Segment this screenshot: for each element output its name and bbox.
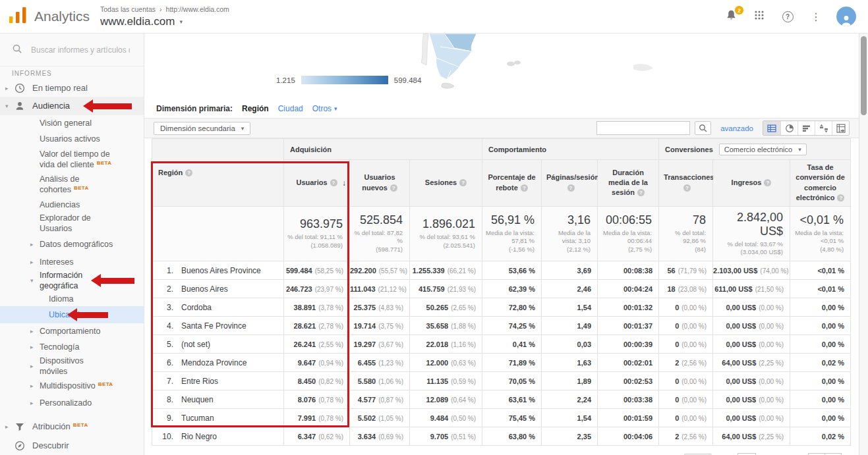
secondary-dimension-label: Dimensión secundaria [160,124,235,132]
sidebar-search[interactable] [0,34,144,67]
advanced-link[interactable]: avanzado [720,124,753,132]
search-input[interactable] [31,45,130,55]
metric-value: 0,00 US$ [726,414,756,422]
comparison-view-icon[interactable] [815,121,832,135]
summary-value: 2.842,00 US$ [716,211,783,238]
column-header-paginas-sesion[interactable]: Páginas/sesión? [542,160,598,207]
chevron-down-icon[interactable]: ▾ [5,103,14,109]
more-options-button[interactable]: ⋮ [808,9,824,24]
help-circle-icon[interactable]: ? [637,189,645,196]
help-circle-icon[interactable]: ? [521,184,528,192]
notifications-button[interactable]: 2 [723,9,739,24]
conversion-type-select[interactable]: Comercio electrónico▾ [719,144,807,155]
table-search-input[interactable] [596,121,690,135]
sidebar-item-usuarios-activos[interactable]: Usuarios activos [0,131,144,147]
avatar[interactable] [836,7,856,26]
chevron-right-icon[interactable]: ▸ [30,259,40,265]
help-circle-icon[interactable]: ? [330,179,337,186]
sidebar-item-informacion-geografica[interactable]: ▾Información geográfica [0,269,144,292]
sidebar-item-personalizado[interactable]: ▸Personalizado [0,394,144,412]
chevron-right-icon[interactable]: ▸ [5,423,14,430]
column-header-duracion-media[interactable]: Duración media de la sesión? [598,160,659,207]
sidebar-item-vision-general[interactable]: Visión general [0,115,144,131]
help-button[interactable]: ? [780,9,796,24]
apps-grid-button[interactable] [751,9,767,24]
sidebar-item-valor-del-tiempo-de-vida-del-cliente[interactable]: Valor del tiempo de vida del clienteBETA [0,147,144,172]
metric-percent: (0,63 %) [451,360,476,367]
region-name[interactable]: Cordoba [181,303,212,312]
chevron-right-icon[interactable]: ▸ [30,400,40,406]
sort-descending-icon[interactable]: ↓ [342,177,346,188]
region-name[interactable]: Neuquen [181,395,214,404]
pivot-view-icon[interactable] [832,121,849,135]
chevron-right-icon[interactable]: ▸ [30,328,40,335]
chevron-right-icon[interactable]: ▸ [30,344,40,350]
dimension-otros[interactable]: Otros ▾ [312,104,337,113]
sidebar-item-intereses[interactable]: ▸Intereses [0,255,144,269]
region-name[interactable]: Buenos Aires Province [181,266,261,275]
region-name[interactable]: Tucuman [181,414,214,423]
sidebar-item-analisis-de-cohortes[interactable]: Análisis de cohortesBETA [0,172,144,197]
region-name[interactable]: Santa Fe Province [181,321,246,331]
vertical-scrollbar[interactable] [859,34,868,455]
column-header-transacciones[interactable]: Transacciones? [659,160,713,207]
region-name[interactable]: Rio Negro [181,432,217,441]
secondary-dimension-button[interactable]: Dimensión secundaria ▾ [154,122,250,135]
region-name[interactable]: Buenos Aires [181,284,228,294]
group-label: Conversiones [665,146,713,153]
sidebar-item-multidispositivo[interactable]: ▸MultidispositivoBETA [0,377,144,394]
column-header-tasa-conversion[interactable]: Tasa de conversión de comercio electróni… [790,160,851,207]
help-circle-icon[interactable]: ? [459,179,467,186]
dimension-ciudad[interactable]: Ciudad [278,104,303,113]
help-circle-icon[interactable]: ? [185,169,192,176]
chevron-right-icon[interactable]: ▸ [30,241,40,248]
scrollbar-thumb[interactable] [861,36,867,115]
help-circle-icon[interactable]: ? [837,194,844,201]
sidebar-item-atribucion[interactable]: ▸AtribuciónBETA [0,417,144,437]
region-name[interactable]: Entre Rios [181,377,218,386]
column-header-usuarios-nuevos[interactable]: Usuarios nuevos? [350,160,410,207]
help-circle-icon[interactable]: ? [567,184,575,192]
breadcrumb-root[interactable]: Todas las cuentas [100,5,156,13]
chevron-right-icon[interactable]: ▸ [30,383,40,389]
metric-percent: (2,78 %) [318,323,343,330]
column-header-sesiones[interactable]: Sesiones? [410,160,482,207]
table-view-icon[interactable] [763,121,780,135]
performance-view-icon[interactable] [797,121,815,135]
chevron-right-icon[interactable]: ▸ [30,363,40,369]
region-name[interactable]: (not set) [181,340,210,349]
sidebar-item-ubicacion[interactable]: Ubicación [0,306,144,323]
breadcrumb[interactable]: Todas las cuentas › http://www.eldia.com [100,5,229,13]
sidebar-item-tecnologia[interactable]: ▸Tecnología [0,339,144,355]
sidebar-item-dispositivos-moviles[interactable]: ▸Dispositivos móviles [0,355,144,377]
metric-value: 2 [675,359,679,367]
sidebar-item-audiencia[interactable]: ▾Audiencia [0,97,144,115]
column-header-porcentaje-rebote[interactable]: Porcentaje de rebote? [482,160,542,207]
column-header-region[interactable]: Región? [152,139,284,207]
help-circle-icon[interactable]: ? [683,184,691,192]
chevron-right-icon[interactable]: ▸ [5,85,14,92]
summary-metric-7: 2.842,00 US$% del total: 93,67 %(3.034,0… [713,206,790,261]
region-name[interactable]: Mendoza Province [181,358,246,367]
breadcrumb-property[interactable]: http://www.eldia.com [166,5,229,13]
percentage-view-icon[interactable] [780,121,797,135]
chevron-down-icon[interactable]: ▾ [30,277,40,284]
table-search-button[interactable] [695,121,711,135]
metric-value: 19.714 [354,322,376,330]
dimension-region[interactable]: Región [242,104,269,113]
sidebar-item-en-tiempo-real[interactable]: ▸En tiempo real [0,80,144,97]
sidebar-item-idioma[interactable]: Idioma [0,292,144,306]
column-header-usuarios[interactable]: Usuarios?↓ [284,160,350,207]
analytics-logo[interactable]: Analytics [9,7,94,26]
sidebar-item-datos-demograficos[interactable]: ▸Datos demográficos [0,234,144,255]
help-circle-icon[interactable]: ? [764,179,771,186]
account-selector[interactable]: www.eldia.com ▾ [100,15,229,28]
sidebar-item-audiencias[interactable]: Audiencias [0,197,144,213]
sidebar-item-comportamiento[interactable]: ▸Comportamiento [0,323,144,339]
sidebar-item-explorador-de-usuarios[interactable]: Explorador de Usuarios [0,213,144,234]
help-circle-icon[interactable]: ? [390,184,397,192]
sidebar-item-descubrir[interactable]: Descubrir [0,437,144,455]
column-header-ingresos[interactable]: Ingresos? [713,160,790,207]
metric-value: 111.043 [350,285,376,293]
account-name: www.eldia.com [100,15,175,28]
